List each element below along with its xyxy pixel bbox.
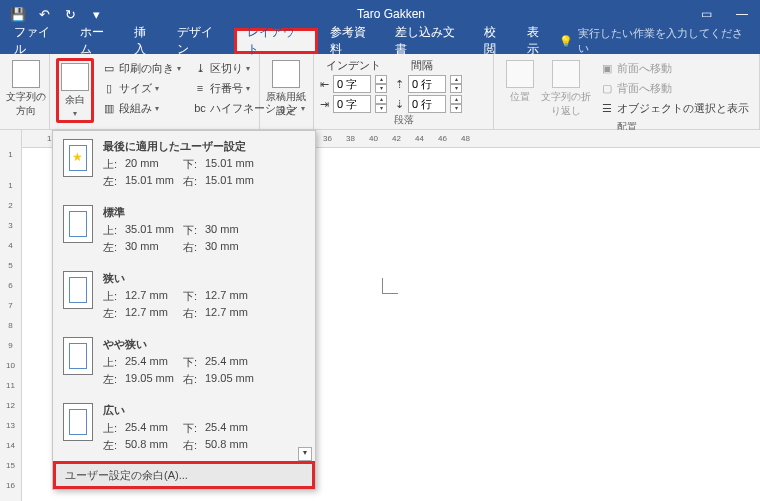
manuscript-icon bbox=[272, 60, 300, 88]
ruler-tick: 46 bbox=[438, 134, 447, 143]
margin-option-title: 広い bbox=[103, 403, 305, 418]
columns-icon: ▥ bbox=[102, 101, 116, 115]
line-num-label: 行番号 bbox=[210, 81, 243, 96]
spacing-before-icon: ⇡ bbox=[395, 78, 404, 91]
ruler-tick: 36 bbox=[323, 134, 332, 143]
margin-preview-icon bbox=[63, 337, 93, 375]
spin-up[interactable]: ▴ bbox=[450, 95, 462, 104]
ruler-tick: 16 bbox=[6, 481, 15, 490]
spin-up[interactable]: ▴ bbox=[375, 75, 387, 84]
tab-references[interactable]: 参考資料 bbox=[320, 28, 386, 54]
columns-button[interactable]: ▥段組み▾ bbox=[100, 98, 183, 118]
orientation-icon: ▭ bbox=[102, 61, 116, 75]
spacing-before-input[interactable] bbox=[408, 75, 446, 93]
tab-design[interactable]: デザイン bbox=[167, 28, 233, 54]
ruler-tick: 3 bbox=[8, 221, 12, 230]
margin-option[interactable]: 狭い 上:12.7 mm 下:12.7 mm 左:12.7 mm 右:12.7 … bbox=[53, 263, 315, 329]
indent-right-spinner[interactable]: ⇥▴▾ bbox=[320, 95, 387, 113]
selection-icon: ☰ bbox=[600, 101, 614, 115]
size-label: サイズ bbox=[119, 81, 152, 96]
spin-down[interactable]: ▾ bbox=[450, 104, 462, 113]
ruler-tick: 11 bbox=[6, 381, 15, 390]
ruler-tick: 2 bbox=[8, 201, 12, 210]
spin-up[interactable]: ▴ bbox=[375, 95, 387, 104]
spacing-after-icon: ⇣ bbox=[395, 98, 404, 111]
spacing-after-spinner[interactable]: ⇣▴▾ bbox=[395, 95, 462, 113]
spacing-after-input[interactable] bbox=[408, 95, 446, 113]
wrap-icon bbox=[552, 60, 580, 88]
margin-preview-icon bbox=[63, 205, 93, 243]
ribbon-options-button[interactable]: ▭ bbox=[688, 0, 724, 28]
tab-mailings[interactable]: 差し込み文書 bbox=[385, 28, 474, 54]
text-direction-button[interactable]: 文字列の 方向 bbox=[6, 58, 46, 120]
custom-margins-item[interactable]: ユーザー設定の余白(A)... bbox=[53, 461, 315, 489]
breaks-label: 区切り bbox=[210, 61, 243, 76]
wrap-text-button[interactable]: 文字列の折 り返し bbox=[540, 58, 592, 120]
wrap-label: 文字列の折 り返し bbox=[541, 90, 591, 118]
spacing-before-spinner[interactable]: ⇡▴▾ bbox=[395, 75, 462, 93]
position-icon bbox=[506, 60, 534, 88]
breaks-icon: ⤓ bbox=[193, 61, 207, 75]
indent-left-spinner[interactable]: ⇤▴▾ bbox=[320, 75, 387, 93]
indent-left-icon: ⇤ bbox=[320, 78, 329, 91]
chevron-down-icon: ▾ bbox=[73, 109, 77, 118]
selection-pane-button[interactable]: ☰オブジェクトの選択と表示 bbox=[598, 98, 751, 118]
tab-file[interactable]: ファイル bbox=[4, 28, 70, 54]
ruler-tick: 44 bbox=[415, 134, 424, 143]
send-backward-button[interactable]: ▢背面へ移動 bbox=[598, 78, 751, 98]
margin-option-title: 標準 bbox=[103, 205, 305, 220]
indent-left-input[interactable] bbox=[333, 75, 371, 93]
ruler-tick: 14 bbox=[6, 441, 15, 450]
ruler-tick: 42 bbox=[392, 134, 401, 143]
ruler-tick: 48 bbox=[461, 134, 470, 143]
margin-option[interactable]: 広い 上:25.4 mm 下:25.4 mm 左:50.8 mm 右:50.8 … bbox=[53, 395, 315, 461]
margin-option-title: やや狭い bbox=[103, 337, 305, 352]
indent-right-icon: ⇥ bbox=[320, 98, 329, 111]
save-button[interactable]: 💾 bbox=[6, 2, 30, 26]
margin-option[interactable]: ★ 最後に適用したユーザー設定 上:20 mm 下:15.01 mm 左:15.… bbox=[53, 131, 315, 197]
ruler-tick: 38 bbox=[346, 134, 355, 143]
margin-option[interactable]: 標準 上:35.01 mm 下:30 mm 左:30 mm 右:30 mm bbox=[53, 197, 315, 263]
ruler-tick: 7 bbox=[8, 301, 12, 310]
bring-fwd-icon: ▣ bbox=[600, 61, 614, 75]
bring-forward-button[interactable]: ▣前面へ移動 bbox=[598, 58, 751, 78]
margins-button[interactable]: 余白 ▾ bbox=[56, 58, 94, 123]
redo-button[interactable]: ↻ bbox=[58, 2, 82, 26]
tab-review[interactable]: 校閲 bbox=[474, 28, 517, 54]
tell-me-placeholder: 実行したい作業を入力してください bbox=[578, 26, 745, 56]
margin-option[interactable]: やや狭い 上:25.4 mm 下:25.4 mm 左:19.05 mm 右:19… bbox=[53, 329, 315, 395]
tell-me-search[interactable]: 💡 実行したい作業を入力してください bbox=[559, 26, 760, 56]
manuscript-label: 原稿用紙 設定 bbox=[266, 90, 306, 118]
margin-option-title: 狭い bbox=[103, 271, 305, 286]
lightbulb-icon: 💡 bbox=[559, 35, 573, 48]
title-bar: 💾 ↶ ↻ ▾ Taro Gakken ▭ — bbox=[0, 0, 760, 28]
line-num-icon: ≡ bbox=[193, 81, 207, 95]
tab-home[interactable]: ホーム bbox=[70, 28, 124, 54]
size-icon: ▯ bbox=[102, 81, 116, 95]
margin-option-title: 最後に適用したユーザー設定 bbox=[103, 139, 305, 154]
tab-insert[interactable]: 挿入 bbox=[124, 28, 167, 54]
tab-layout[interactable]: レイアウト bbox=[234, 28, 317, 54]
undo-button[interactable]: ↶ bbox=[32, 2, 56, 26]
spin-down[interactable]: ▾ bbox=[375, 104, 387, 113]
minimize-button[interactable]: — bbox=[724, 0, 760, 28]
ruler-tick: 9 bbox=[8, 341, 12, 350]
margin-preview-icon bbox=[63, 271, 93, 309]
spin-up[interactable]: ▴ bbox=[450, 75, 462, 84]
indent-right-input[interactable] bbox=[333, 95, 371, 113]
hyphen-icon: bc bbox=[193, 101, 207, 115]
position-label: 位置 bbox=[510, 90, 530, 104]
size-button[interactable]: ▯サイズ▾ bbox=[100, 78, 183, 98]
ruler-tick: 40 bbox=[369, 134, 378, 143]
spin-down[interactable]: ▾ bbox=[375, 84, 387, 93]
position-button[interactable]: 位置 bbox=[500, 58, 540, 106]
dropdown-scroll-down[interactable]: ▾ bbox=[298, 447, 312, 461]
tab-view[interactable]: 表示 bbox=[517, 28, 560, 54]
margins-label: 余白 bbox=[65, 93, 85, 107]
orientation-button[interactable]: ▭印刷の向き▾ bbox=[100, 58, 183, 78]
manuscript-button[interactable]: 原稿用紙 設定 bbox=[266, 58, 306, 120]
ruler-tick: 8 bbox=[8, 321, 12, 330]
spin-down[interactable]: ▾ bbox=[450, 84, 462, 93]
ruler-tick: 12 bbox=[6, 401, 15, 410]
qat-customize[interactable]: ▾ bbox=[84, 2, 108, 26]
